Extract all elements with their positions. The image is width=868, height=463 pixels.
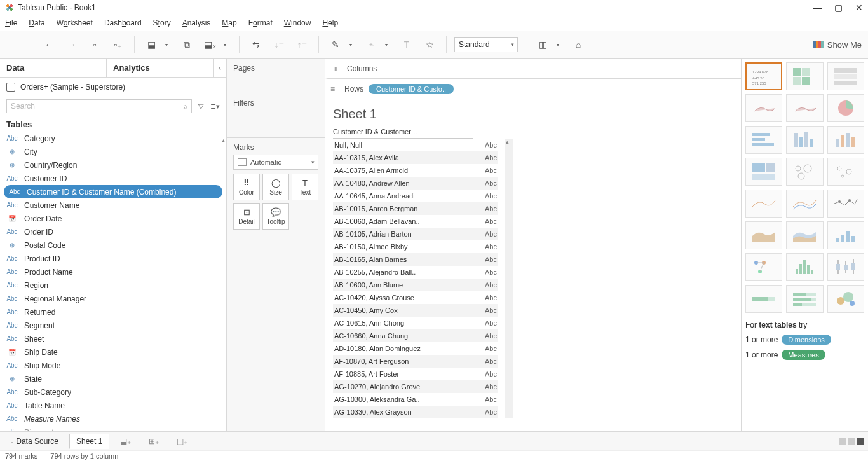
showme-chart-type[interactable]: [745, 126, 782, 154]
clear-button[interactable]: ⬓ₓ: [201, 36, 219, 53]
marks-type-select[interactable]: Automatic: [233, 155, 318, 170]
field-item[interactable]: AbcMeasure Names: [0, 412, 226, 425]
field-item[interactable]: AbcRegional Manager: [0, 292, 226, 305]
showme-chart-type[interactable]: [786, 285, 823, 313]
viz-row[interactable]: AG-10270, Alejandro Grove: [333, 380, 473, 393]
view-options-icon[interactable]: ≣▾: [210, 101, 220, 111]
field-item[interactable]: AbcSub-Category: [0, 385, 226, 399]
viz-row[interactable]: AB-10015, Aaron Bergman: [333, 202, 473, 215]
pages-shelf[interactable]: Pages: [227, 59, 325, 93]
showme-chart-type[interactable]: [827, 190, 864, 218]
viz-row[interactable]: AB-10105, Adrian Barton: [333, 228, 473, 240]
menu-file[interactable]: File: [5, 18, 17, 27]
search-input[interactable]: Search ⌕: [6, 99, 192, 113]
duplicate-button[interactable]: ⧉: [178, 36, 196, 53]
showme-chart-type[interactable]: [827, 253, 864, 281]
field-item[interactable]: AbcProduct ID: [0, 252, 226, 265]
sheet1-tab[interactable]: Sheet 1: [69, 434, 109, 449]
minimize-icon[interactable]: —: [813, 3, 822, 13]
menu-story[interactable]: Story: [153, 18, 171, 27]
mark-text-button[interactable]: TText: [292, 174, 318, 200]
viz-scrollbar[interactable]: [505, 139, 513, 418]
redo-button[interactable]: →: [63, 36, 81, 53]
field-item[interactable]: ⊕State: [0, 372, 226, 385]
menu-worksheet[interactable]: Worksheet: [57, 18, 93, 27]
fit-select[interactable]: Standard: [454, 37, 518, 52]
new-datasource-button[interactable]: ▫₊: [109, 36, 126, 53]
field-item[interactable]: AbcCustomer ID & Customer Name (Combined…: [4, 185, 222, 198]
showme-chart-type[interactable]: [827, 94, 864, 122]
datasource-item[interactable]: Orders+ (Sample - Superstore): [0, 78, 226, 97]
menu-map[interactable]: Map: [222, 18, 236, 27]
showme-chart-type[interactable]: [745, 221, 782, 249]
showme-chart-type[interactable]: [786, 158, 823, 186]
chevron-down-icon[interactable]: ▾: [344, 36, 357, 53]
field-item[interactable]: AbcReturned: [0, 305, 226, 319]
showme-chart-type[interactable]: [745, 285, 782, 313]
viz-row[interactable]: AB-10255, Alejandro Ball..: [333, 266, 473, 279]
labels-button[interactable]: T: [398, 36, 416, 53]
viz-row[interactable]: AA-10645, Anna Andreadi: [333, 190, 473, 202]
columns-shelf[interactable]: ⅲ Columns: [325, 59, 741, 79]
showme-chart-type[interactable]: [827, 285, 864, 313]
showme-chart-type[interactable]: [786, 190, 823, 218]
presentation-button[interactable]: ⌂: [569, 36, 587, 53]
field-item[interactable]: AbcOrder ID: [0, 225, 226, 238]
viz-row[interactable]: AC-10660, Anna Chung: [333, 329, 473, 342]
field-item[interactable]: ⊕Postal Code: [0, 238, 226, 252]
showme-chart-type[interactable]: 1234 678A45 56571 255: [745, 62, 782, 90]
viz-row[interactable]: AG-10300, Aleksandra Ga..: [333, 393, 473, 406]
menu-dashboard[interactable]: Dashboard: [104, 18, 142, 27]
showme-chart-type[interactable]: [786, 62, 823, 90]
rows-shelf[interactable]: ≡ Rows Customer ID & Custo..: [325, 79, 741, 99]
viz-row[interactable]: AC-10615, Ann Chong: [333, 317, 473, 329]
viz-row[interactable]: AA-10375, Allen Armold: [333, 164, 473, 177]
viz-row[interactable]: AA-10315, Alex Avila: [333, 151, 473, 164]
mark-tooltip-button[interactable]: 💬Tooltip: [262, 203, 289, 230]
save-button[interactable]: ▫: [86, 36, 104, 53]
viz-row[interactable]: AB-10060, Adam Bellavan..: [333, 215, 473, 228]
new-dashboard-tab[interactable]: ⊞₊: [142, 434, 166, 449]
field-item[interactable]: #Discount: [0, 425, 226, 431]
scroll-up-icon[interactable]: ▴: [222, 137, 225, 144]
new-story-tab[interactable]: ◫₊: [170, 434, 194, 449]
show-me-toggle[interactable]: Show Me: [813, 40, 862, 50]
menu-analysis[interactable]: Analysis: [182, 18, 211, 27]
menu-format[interactable]: Format: [248, 18, 273, 27]
chevron-down-icon[interactable]: ▾: [219, 36, 231, 53]
field-item[interactable]: 📅Ship Date: [0, 345, 226, 359]
menu-window[interactable]: Window: [284, 18, 311, 27]
new-worksheet-button[interactable]: ⬓: [142, 36, 160, 53]
field-item[interactable]: AbcCustomer Name: [0, 198, 226, 212]
showme-chart-type[interactable]: [745, 158, 782, 186]
showme-chart-type[interactable]: [827, 221, 864, 249]
showme-chart-type[interactable]: [786, 221, 823, 249]
viz-header[interactable]: Customer ID & Customer ..: [333, 127, 473, 139]
close-icon[interactable]: ✕: [855, 3, 863, 13]
field-item[interactable]: ⊕Country/Region: [0, 158, 226, 172]
mark-detail-button[interactable]: ⊡Detail: [233, 203, 260, 230]
viz-row[interactable]: Null, Null: [333, 139, 473, 151]
tab-analytics[interactable]: Analytics: [107, 59, 214, 77]
viz-row[interactable]: AF-10885, Art Foster: [333, 368, 473, 380]
viz-row[interactable]: AG-10330, Alex Grayson: [333, 406, 473, 418]
field-item[interactable]: AbcCategory: [0, 132, 226, 145]
viz-row[interactable]: AF-10870, Art Ferguson: [333, 355, 473, 368]
mark-size-button[interactable]: ◯Size: [262, 174, 289, 200]
sheet-title[interactable]: Sheet 1: [325, 99, 741, 127]
swap-button[interactable]: ⇆: [247, 36, 265, 53]
showme-chart-type[interactable]: [827, 158, 864, 186]
field-item[interactable]: AbcSheet: [0, 332, 226, 345]
showme-chart-type[interactable]: [786, 253, 823, 281]
tableau-icon[interactable]: [6, 36, 24, 53]
menu-help[interactable]: Help: [322, 18, 338, 27]
viz-row[interactable]: AC-10450, Amy Cox: [333, 304, 473, 317]
view-mode-icons[interactable]: [839, 438, 864, 445]
tab-data[interactable]: Data: [0, 59, 107, 77]
rows-pill[interactable]: Customer ID & Custo..: [369, 84, 454, 94]
field-item[interactable]: 📅Order Date: [0, 212, 226, 225]
viz-row[interactable]: AB-10165, Alan Barnes: [333, 253, 473, 266]
viz-row[interactable]: AA-10480, Andrew Allen: [333, 177, 473, 190]
field-item[interactable]: AbcSegment: [0, 319, 226, 332]
highlight-button[interactable]: ✎: [327, 36, 344, 53]
